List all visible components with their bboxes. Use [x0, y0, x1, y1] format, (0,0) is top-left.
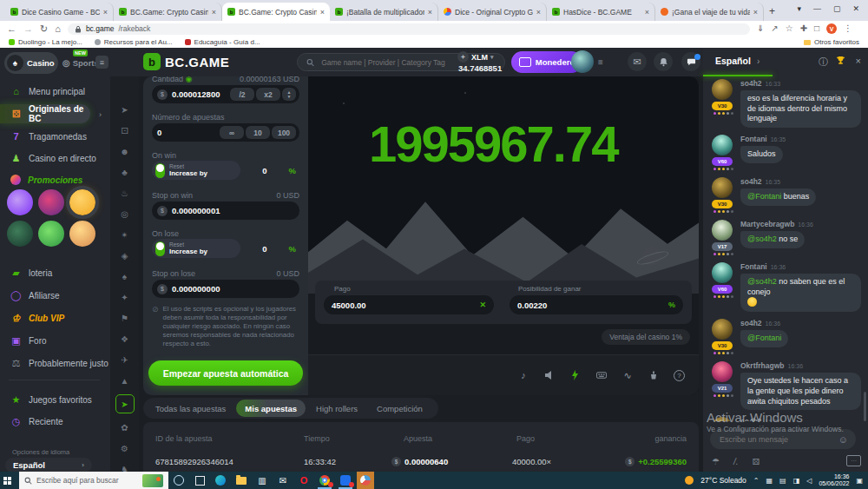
address-bar[interactable]: bc.game/rakeback [68, 23, 750, 35]
close-chat-icon[interactable]: × [856, 56, 861, 66]
store-icon[interactable]: ▥ [252, 472, 273, 489]
payout-input[interactable]: 45000.00 ✕ [324, 295, 494, 314]
tab-my-bets[interactable]: Mis apuestas [236, 400, 306, 417]
game-icon[interactable]: ✿ [118, 420, 132, 434]
start-autobet-button[interactable]: Empezar apuesta automática [148, 360, 303, 386]
tray-icon[interactable]: ▤ [779, 477, 786, 485]
language-selector[interactable]: Español› [5, 458, 92, 472]
browser-tab[interactable]: b¡Batalla de multiplicadores por c× [330, 3, 438, 21]
avatar[interactable] [712, 417, 733, 421]
extensions-icon[interactable]: ✚ [800, 24, 807, 33]
bookmark-item[interactable]: Educaguía - Guía d... [185, 38, 260, 46]
avatar[interactable] [712, 319, 733, 340]
mail-icon[interactable]: ✉ [273, 472, 293, 489]
avatar[interactable] [712, 262, 733, 283]
reading-list-icon[interactable]: □ [814, 24, 819, 33]
browser-tab[interactable]: ¡Gana el viaje de tu vida! - 25 a× [655, 3, 764, 21]
tray-icon[interactable]: ▦ [766, 477, 773, 485]
promo-wheel-icon[interactable] [38, 189, 64, 215]
sidebar-item-slots[interactable]: 7Tragamonedas [0, 127, 110, 146]
sidebar-item-live[interactable]: ♟Casino en directo [0, 149, 110, 168]
new-tab-button[interactable]: + [769, 5, 775, 17]
double-button[interactable]: x2 [256, 88, 280, 101]
stopwin-input[interactable]: $ 0.000000001 [152, 202, 299, 220]
tab-high-rollers[interactable]: High rollers [307, 400, 366, 417]
game-icon[interactable]: ⚙ [118, 441, 132, 455]
sidebar-item-forum[interactable]: ▣Foro [0, 331, 110, 350]
dice-roll-icon[interactable]: ⚄ [753, 457, 760, 466]
game-icon[interactable]: ✈ [118, 353, 132, 367]
taskbar-search[interactable]: Escribe aquí para buscar [19, 472, 168, 489]
sound-icon[interactable] [543, 369, 556, 381]
notifications-bell-icon[interactable] [654, 52, 673, 71]
amount-input[interactable]: $ 0.000012800 /2 x2 ▲▼ [152, 85, 299, 103]
game-icon[interactable]: ◈ [118, 248, 132, 262]
casino-toggle[interactable]: ♠ Casino [4, 52, 58, 74]
tab-close-icon[interactable]: × [320, 8, 325, 17]
sidebar-item-lottery[interactable]: ▰loteria [0, 263, 110, 282]
promo-cash-icon[interactable] [38, 221, 64, 247]
game-icon[interactable]: ♠ [118, 269, 132, 283]
turbo-bolt-icon[interactable] [569, 369, 582, 381]
ten-button[interactable]: 10 [246, 126, 270, 139]
commands-icon[interactable]: /. [733, 457, 739, 466]
browser-tab[interactable]: bBC.Game: Crypto Casino Games× [114, 3, 222, 21]
game-icon[interactable]: ◎ [118, 207, 132, 221]
sidebar-item-fair[interactable]: ⚖Probablemente justo [0, 354, 110, 373]
sidebar-item-vip[interactable]: ♔Club VIP [0, 308, 110, 327]
edge-icon[interactable] [210, 472, 231, 489]
tab-close-icon[interactable]: × [645, 8, 649, 17]
opera-icon[interactable]: O [293, 472, 314, 489]
clear-icon[interactable]: ✕ [479, 301, 486, 309]
tab-close-icon[interactable]: × [428, 8, 432, 17]
game-icon[interactable]: ❖ [118, 332, 132, 346]
bcgame-logo[interactable]: b BC.GAME [143, 53, 229, 70]
maximize-button[interactable]: ▢ [833, 4, 841, 13]
hundred-button[interactable]: 100 [272, 126, 296, 139]
game-icon[interactable]: ♣ [118, 165, 132, 179]
browser-tab[interactable]: bDice Casino Game - BC.GAME× [5, 3, 114, 21]
game-icon[interactable]: ▲ [118, 373, 132, 387]
game-icon[interactable]: ➤ [118, 102, 132, 116]
active-app-icon[interactable] [356, 472, 375, 489]
task-view-icon[interactable] [189, 472, 210, 489]
numbets-input[interactable]: 0 ∞ 10 100 [152, 123, 299, 142]
pinned-app-icon[interactable] [335, 472, 356, 489]
bookmark-star-icon[interactable]: ☆ [786, 24, 793, 33]
game-icon[interactable]: ✦ [118, 290, 132, 304]
tab-close-icon[interactable]: × [536, 8, 541, 17]
promo-spinner-icon[interactable] [7, 189, 33, 215]
tab-close-icon[interactable]: × [103, 8, 108, 17]
tab-close-icon[interactable]: × [753, 8, 758, 17]
sidebar-item-affiliate[interactable]: ◯Afiliarse [0, 286, 110, 305]
avatar[interactable] [712, 135, 733, 155]
user-avatar[interactable] [571, 50, 594, 73]
onwin-value[interactable]: 0 [240, 166, 289, 175]
game-icon-active[interactable]: ➤ [115, 394, 135, 413]
chat-language[interactable]: Español [715, 56, 751, 66]
avatar[interactable] [712, 177, 733, 198]
back-icon[interactable]: ← [7, 24, 16, 34]
game-icon[interactable]: ♨ [118, 186, 132, 200]
promo-coin-icon[interactable] [69, 221, 95, 247]
max-bet-icon[interactable]: ♪ [517, 369, 529, 381]
avatar[interactable] [712, 361, 733, 382]
download-icon[interactable]: ⇓ [757, 24, 764, 33]
sidebar-item-favorites[interactable]: ★Juegos favoritos [0, 390, 110, 409]
browser-tab-active[interactable]: bBC.Game: Crypto Casino Games× [222, 3, 330, 21]
promo-rocket-icon[interactable] [7, 221, 33, 247]
volume-icon[interactable]: ◁ [806, 477, 812, 485]
half-button[interactable]: /2 [230, 88, 254, 101]
seed-icon[interactable] [648, 369, 660, 381]
other-bookmarks[interactable]: Otros favoritos [804, 38, 859, 46]
sidebar-collapse-button[interactable]: ≡ [95, 56, 108, 69]
game-icon[interactable]: ✴ [118, 228, 132, 241]
forward-icon[interactable]: → [23, 24, 33, 34]
avatar[interactable] [712, 79, 733, 100]
sidebar-item-promos[interactable]: Promociones [0, 170, 110, 189]
statistics-icon[interactable]: ∿ [621, 369, 634, 381]
sports-toggle[interactable]: ◎Sports [62, 58, 99, 68]
taskbar-clock[interactable]: 16:36 05/06/2022 [819, 473, 849, 487]
game-icon[interactable]: ☻ [118, 144, 132, 158]
browser-tab[interactable]: bHasDice - BC.GAME× [547, 3, 655, 21]
